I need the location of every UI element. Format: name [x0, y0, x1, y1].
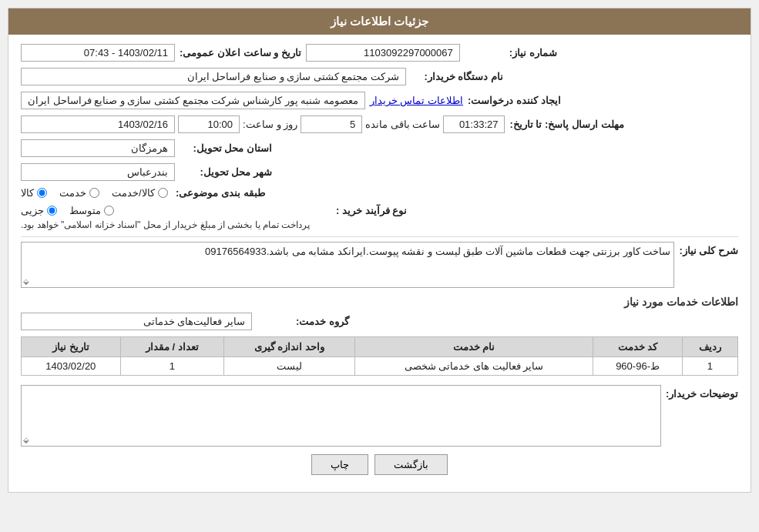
table-row: 1ط-96-960سایر فعالیت های خدماتی شخصیلیست…: [22, 357, 738, 376]
table-cell-name: سایر فعالیت های خدماتی شخصی: [354, 357, 593, 376]
category-khidmat[interactable]: خدمت: [59, 187, 99, 199]
need-number-value: 1103092297000067: [306, 44, 460, 62]
city-label: شهر محل تحویل:: [180, 166, 272, 178]
description-label: شرح کلی نیاز:: [679, 242, 738, 256]
buyer-notes-label: توضیحات خریدار:: [666, 385, 738, 400]
time-label: ساعت:: [243, 119, 274, 130]
creator-value: معصومه شنبه پور کارشناس شرکت مجتمع کشتی …: [21, 92, 365, 109]
service-group-value: سایر فعالیت‌های خدماتی: [21, 313, 252, 330]
services-table: ردیف کد خدمت نام خدمت واحد اندازه گیری ت…: [21, 336, 738, 376]
table-cell-date: 1403/02/20: [22, 357, 121, 376]
category-kala-label: کالا: [21, 187, 34, 199]
purchase-type-jozii[interactable]: جزیی: [21, 205, 57, 216]
remaining-label: ساعت باقی مانده: [365, 119, 440, 130]
days-value: 5: [301, 115, 362, 133]
purchase-radio-jozii[interactable]: [47, 206, 57, 216]
purchase-motavaset-label: متوسط: [69, 205, 101, 216]
resize-icon: ⬙: [23, 277, 29, 286]
print-button[interactable]: چاپ: [311, 454, 368, 475]
category-radio-khidmat[interactable]: [89, 188, 99, 198]
category-khidmat-label: خدمت: [59, 187, 86, 199]
col-header-name: نام خدمت: [354, 337, 593, 357]
col-header-qty: تعداد / مقدار: [120, 337, 224, 357]
purchase-radio-motavaset[interactable]: [104, 206, 114, 216]
purchase-type-motavaset[interactable]: متوسط: [69, 205, 114, 216]
buttons-row: بازگشت چاپ: [21, 454, 738, 483]
contact-link[interactable]: اطلاعات تماس خریدار: [370, 95, 463, 106]
deadline-date: 1403/02/16: [21, 115, 175, 133]
city-value: بندرعباس: [21, 163, 175, 181]
col-header-date: تاریخ نیاز: [22, 337, 121, 357]
table-cell-row: 1: [682, 357, 737, 376]
description-value: ساخت کاور برزنتی جهت قطعات ماشین آلات طب…: [205, 246, 670, 257]
col-header-code: کد خدمت: [593, 337, 683, 357]
category-kala[interactable]: کالا: [21, 187, 47, 199]
need-number-label: شماره نیاز:: [465, 47, 557, 59]
remaining-time: 01:33:27: [443, 115, 505, 133]
back-button[interactable]: بازگشت: [374, 454, 448, 475]
service-group-label: گروه خدمت:: [257, 316, 349, 327]
page-header: جزئیات اطلاعات نیاز: [8, 8, 751, 35]
table-cell-code: ط-96-960: [593, 357, 683, 376]
page-title: جزئیات اطلاعات نیاز: [331, 15, 428, 28]
deadline-time: 10:00: [178, 115, 240, 133]
buyer-name-value: شرکت مجتمع کشتی سازی و صنایع فراساحل ایر…: [21, 68, 406, 85]
buyer-name-label: نام دستگاه خریدار:: [411, 71, 503, 82]
col-header-row: ردیف: [682, 337, 737, 357]
category-kala-khidmat-label: کالا/خدمت: [112, 187, 155, 199]
purchase-type-label: نوع فرآیند خرید :: [314, 205, 407, 216]
days-label: روز و: [277, 119, 298, 130]
resize-icon-notes: ⬙: [23, 436, 29, 444]
col-header-unit: واحد اندازه گیری: [224, 337, 355, 357]
table-cell-unit: لیست: [224, 357, 355, 376]
table-cell-quantity: 1: [120, 357, 224, 376]
category-kala-khidmat[interactable]: کالا/خدمت: [112, 187, 168, 199]
province-value: هرمزگان: [21, 139, 175, 157]
category-radio-kala[interactable]: [37, 188, 47, 198]
announce-date-value: 1403/02/11 - 07:43: [21, 44, 175, 62]
announce-date-label: تاریخ و ساعت اعلان عمومی:: [180, 47, 301, 59]
category-radio-kala-khidmat[interactable]: [158, 188, 168, 198]
send-deadline-label: مهلت ارسال پاسخ: تا تاریخ:: [509, 119, 623, 130]
province-label: استان محل تحویل:: [180, 142, 272, 154]
purchase-jozii-label: جزیی: [21, 205, 44, 216]
creator-label: ایجاد کننده درخواست:: [468, 95, 561, 106]
services-section-title: اطلاعات خدمات مورد نیاز: [21, 296, 738, 308]
category-label: طبقه بندی موضوعی:: [173, 187, 265, 199]
purchase-type-note: پرداخت تمام یا بخشی از مبلغ خریدار از مح…: [21, 219, 310, 230]
